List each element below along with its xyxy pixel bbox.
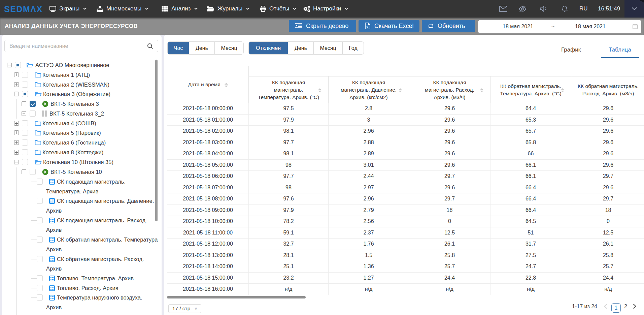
svg-text:x: x — [367, 25, 369, 29]
